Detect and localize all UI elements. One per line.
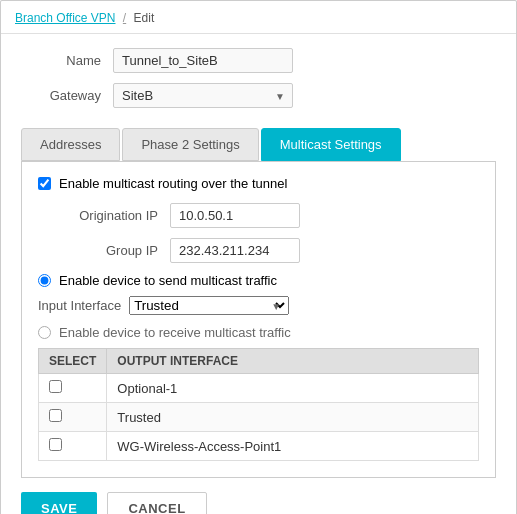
name-row: Name	[21, 48, 496, 73]
name-input[interactable]	[113, 48, 293, 73]
table-cell-interface: Optional-1	[107, 374, 479, 403]
tab-addresses[interactable]: Addresses	[21, 128, 120, 161]
input-interface-wrapper: Trusted Optional-1 WG-Wireless-Access-Po…	[129, 296, 289, 315]
receive-traffic-radio[interactable]	[38, 326, 51, 339]
table-header-row: SELECT OUTPUT INTERFACE	[39, 349, 479, 374]
gateway-row: Gateway SiteB	[21, 83, 496, 108]
main-window: Branch Office VPN / Edit Name Gateway Si…	[0, 0, 517, 514]
send-traffic-row: Enable device to send multicast traffic	[38, 273, 479, 288]
row2-checkbox[interactable]	[49, 409, 62, 422]
name-label: Name	[21, 53, 101, 68]
save-button[interactable]: SAVE	[21, 492, 97, 514]
tab-bar: Addresses Phase 2 Settings Multicast Set…	[21, 128, 496, 161]
receive-traffic-row: Enable device to receive multicast traff…	[38, 325, 479, 340]
table-cell-checkbox	[39, 403, 107, 432]
group-ip-label: Group IP	[38, 243, 158, 258]
input-interface-row: Input Interface Trusted Optional-1 WG-Wi…	[38, 296, 479, 315]
receive-traffic-label: Enable device to receive multicast traff…	[59, 325, 291, 340]
table-row: Trusted	[39, 403, 479, 432]
tab-phase2[interactable]: Phase 2 Settings	[122, 128, 258, 161]
breadcrumb: Branch Office VPN / Edit	[1, 1, 516, 34]
table-cell-checkbox	[39, 374, 107, 403]
tab-multicast[interactable]: Multicast Settings	[261, 128, 401, 161]
send-traffic-radio[interactable]	[38, 274, 51, 287]
table-cell-checkbox	[39, 432, 107, 461]
table-row: Optional-1	[39, 374, 479, 403]
origination-ip-input[interactable]	[170, 203, 300, 228]
origination-ip-row: Origination IP	[38, 203, 479, 228]
send-traffic-label: Enable device to send multicast traffic	[59, 273, 277, 288]
enable-multicast-checkbox[interactable]	[38, 177, 51, 190]
input-interface-select[interactable]: Trusted Optional-1 WG-Wireless-Access-Po…	[129, 296, 289, 315]
cancel-button[interactable]: CANCEL	[107, 492, 206, 514]
table-cell-interface: Trusted	[107, 403, 479, 432]
col-select: SELECT	[39, 349, 107, 374]
group-ip-row: Group IP	[38, 238, 479, 263]
breadcrumb-parent[interactable]: Branch Office VPN	[15, 11, 116, 25]
enable-multicast-row: Enable multicast routing over the tunnel	[38, 176, 479, 191]
output-interface-table: SELECT OUTPUT INTERFACE Optional-1 Trust…	[38, 348, 479, 461]
origination-ip-label: Origination IP	[38, 208, 158, 223]
col-output-interface: OUTPUT INTERFACE	[107, 349, 479, 374]
tab-content: Enable multicast routing over the tunnel…	[21, 161, 496, 478]
gateway-select-wrapper: SiteB	[113, 83, 293, 108]
breadcrumb-current: Edit	[134, 11, 155, 25]
row3-checkbox[interactable]	[49, 438, 62, 451]
gateway-select[interactable]: SiteB	[113, 83, 293, 108]
gateway-label: Gateway	[21, 88, 101, 103]
table-cell-interface: WG-Wireless-Access-Point1	[107, 432, 479, 461]
input-interface-label: Input Interface	[38, 298, 121, 313]
footer-buttons: SAVE CANCEL	[1, 478, 516, 514]
breadcrumb-separator: /	[123, 11, 126, 25]
enable-multicast-label: Enable multicast routing over the tunnel	[59, 176, 287, 191]
table-row: WG-Wireless-Access-Point1	[39, 432, 479, 461]
top-form: Name Gateway SiteB	[1, 34, 516, 128]
row1-checkbox[interactable]	[49, 380, 62, 393]
group-ip-input[interactable]	[170, 238, 300, 263]
